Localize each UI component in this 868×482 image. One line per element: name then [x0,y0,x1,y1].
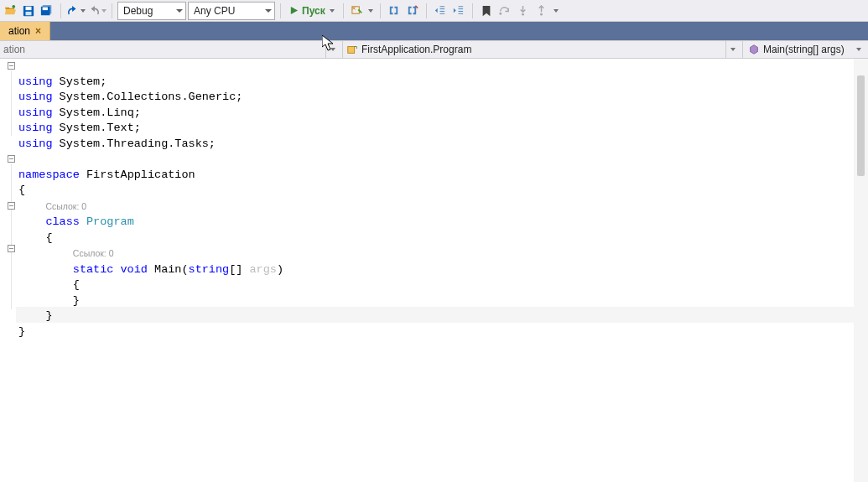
document-tab-bar: ation × [0,22,868,40]
svg-rect-3 [26,11,32,14]
undo-button[interactable] [66,4,86,18]
editor-gutter [0,59,17,482]
svg-rect-6 [43,7,48,10]
nav-project-label: ation [3,44,25,55]
toolbar-sep [280,3,281,18]
svg-point-0 [12,5,15,8]
step-over-icon[interactable] [496,2,513,20]
run-label: Пуск [302,5,325,17]
main-toolbar: Debug Any CPU Пуск [0,0,868,22]
outdent-icon[interactable] [432,2,449,20]
nav-project-dropdown[interactable]: ation [0,41,342,58]
vertical-scrollbar[interactable] [854,59,868,482]
svg-rect-8 [358,9,362,13]
codelens-refs[interactable]: Ссылок: 0 [45,201,86,211]
step-into-icon[interactable] [515,2,532,20]
toolbar-sep [380,3,381,18]
toolbar-sep [112,3,112,18]
toolbar-sep [426,3,427,18]
method-icon [748,44,760,55]
nav-member-label: Main(string[] args) [763,44,845,55]
fold-toggle[interactable] [8,245,15,252]
toolbar-sep [343,3,344,18]
svg-point-9 [500,13,502,15]
nav-class-dropdown[interactable]: FirstApplication.Program [342,41,742,58]
svg-point-10 [522,13,524,16]
codelens-refs[interactable]: Ссылок: 0 [73,248,114,258]
code-nav-bar: ation FirstApplication.Program Main(stri… [0,40,868,59]
fold-toggle[interactable] [8,62,15,70]
nav-class-label: FirstApplication.Program [361,44,471,55]
find-icon[interactable] [349,2,366,20]
platform-value: Any CPU [194,5,235,17]
save-all-icon[interactable] [39,2,55,20]
class-icon [346,44,358,55]
svg-rect-2 [26,6,32,9]
open-icon[interactable] [2,2,18,20]
tab-label: ation [8,25,30,37]
code-editor[interactable]: using System; using System.Collections.G… [0,59,868,482]
code-content: using System; using System.Collections.G… [18,59,283,339]
nav-member-dropdown[interactable]: Main(string[] args) [742,41,868,58]
close-icon[interactable]: × [34,25,43,37]
svg-point-11 [540,13,543,16]
overflow-caret[interactable] [554,9,559,13]
fold-toggle[interactable] [8,155,15,163]
step-out-icon[interactable] [533,2,550,20]
save-icon[interactable] [20,2,37,20]
toolbar-sep [60,3,61,18]
bookmark-icon[interactable] [478,2,495,20]
platform-dropdown[interactable]: Any CPU [188,2,275,20]
indent-icon[interactable] [450,2,467,20]
config-value: Debug [123,5,153,17]
fold-toggle[interactable] [8,202,15,210]
start-debug-button[interactable]: Пуск [286,5,338,17]
document-tab[interactable]: ation × [0,22,50,40]
scrollbar-thumb[interactable] [857,75,865,176]
comment-icon[interactable] [386,2,403,20]
solution-config-dropdown[interactable]: Debug [117,2,186,20]
toolbar-sep [472,3,473,18]
uncomment-icon[interactable] [404,2,421,20]
find-caret[interactable] [368,9,373,13]
redo-button[interactable] [87,4,107,18]
svg-rect-12 [348,47,355,54]
